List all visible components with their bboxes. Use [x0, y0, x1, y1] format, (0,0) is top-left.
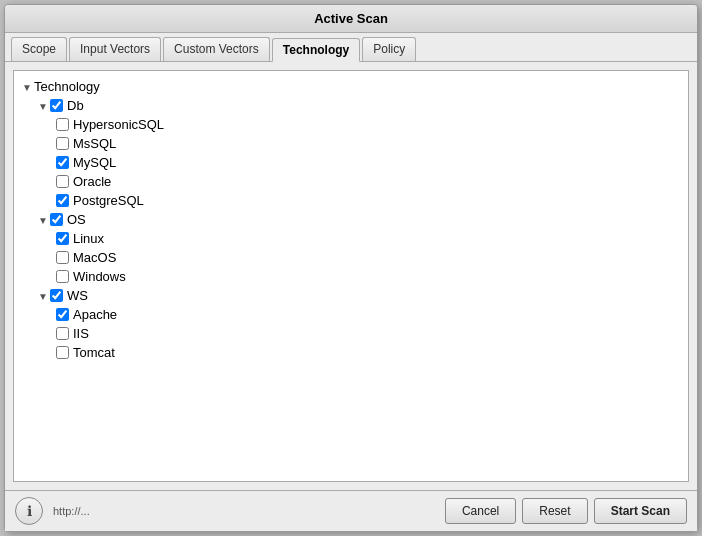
- tree-item-macos: MacOS: [20, 248, 682, 267]
- tree-group-ws: ▼ WS: [20, 286, 682, 305]
- root-label: Technology: [34, 79, 100, 94]
- os-label[interactable]: OS: [50, 212, 86, 227]
- tab-technology[interactable]: Technology: [272, 38, 360, 62]
- db-label[interactable]: Db: [50, 98, 84, 113]
- tree-group-db: ▼ Db: [20, 96, 682, 115]
- tree-item-linux: Linux: [20, 229, 682, 248]
- oracle-checkbox[interactable]: [56, 175, 69, 188]
- tab-bar: Scope Input Vectors Custom Vectors Techn…: [5, 33, 697, 62]
- ws-label[interactable]: WS: [50, 288, 88, 303]
- start-scan-button[interactable]: Start Scan: [594, 498, 687, 524]
- tab-scope[interactable]: Scope: [11, 37, 67, 61]
- os-checkbox[interactable]: [50, 213, 63, 226]
- windows-checkbox[interactable]: [56, 270, 69, 283]
- tree-item-windows: Windows: [20, 267, 682, 286]
- tree-group-os: ▼ OS: [20, 210, 682, 229]
- linux-checkbox[interactable]: [56, 232, 69, 245]
- tab-input-vectors[interactable]: Input Vectors: [69, 37, 161, 61]
- active-scan-dialog: Active Scan Scope Input Vectors Custom V…: [4, 4, 698, 532]
- tree-item-iis: IIS: [20, 324, 682, 343]
- iis-checkbox[interactable]: [56, 327, 69, 340]
- dialog-title: Active Scan: [5, 5, 697, 33]
- tab-policy[interactable]: Policy: [362, 37, 416, 61]
- reset-button[interactable]: Reset: [522, 498, 587, 524]
- tree-item-hyperionicsql: HypersonicSQL: [20, 115, 682, 134]
- hyperionicsql-checkbox[interactable]: [56, 118, 69, 131]
- ws-checkbox[interactable]: [50, 289, 63, 302]
- postgresql-checkbox[interactable]: [56, 194, 69, 207]
- mssql-checkbox[interactable]: [56, 137, 69, 150]
- tree-item-postgresql: PostgreSQL: [20, 191, 682, 210]
- tree-item-mysql: MySQL: [20, 153, 682, 172]
- collapse-icon: ▼: [22, 82, 32, 92]
- tree-item-tomcat: Tomcat: [20, 343, 682, 362]
- apache-checkbox[interactable]: [56, 308, 69, 321]
- tree-item-mssql: MsSQL: [20, 134, 682, 153]
- footer: ℹ http://... Cancel Reset Start Scan: [5, 490, 697, 531]
- cancel-button[interactable]: Cancel: [445, 498, 516, 524]
- content-area: ▼ Technology ▼ Db HypersonicSQL: [5, 62, 697, 490]
- info-button[interactable]: ℹ: [15, 497, 43, 525]
- tomcat-checkbox[interactable]: [56, 346, 69, 359]
- tree-root: ▼ Technology: [20, 77, 682, 96]
- tree-item-apache: Apache: [20, 305, 682, 324]
- tree-panel: ▼ Technology ▼ Db HypersonicSQL: [13, 70, 689, 482]
- db-collapse-icon: ▼: [38, 101, 48, 111]
- tree-item-oracle: Oracle: [20, 172, 682, 191]
- ws-collapse-icon: ▼: [38, 291, 48, 301]
- footer-right: Cancel Reset Start Scan: [445, 498, 687, 524]
- macos-checkbox[interactable]: [56, 251, 69, 264]
- footer-left: ℹ http://...: [15, 497, 100, 525]
- url-display: http://...: [53, 505, 90, 517]
- os-collapse-icon: ▼: [38, 215, 48, 225]
- db-checkbox[interactable]: [50, 99, 63, 112]
- tab-custom-vectors[interactable]: Custom Vectors: [163, 37, 270, 61]
- mysql-checkbox[interactable]: [56, 156, 69, 169]
